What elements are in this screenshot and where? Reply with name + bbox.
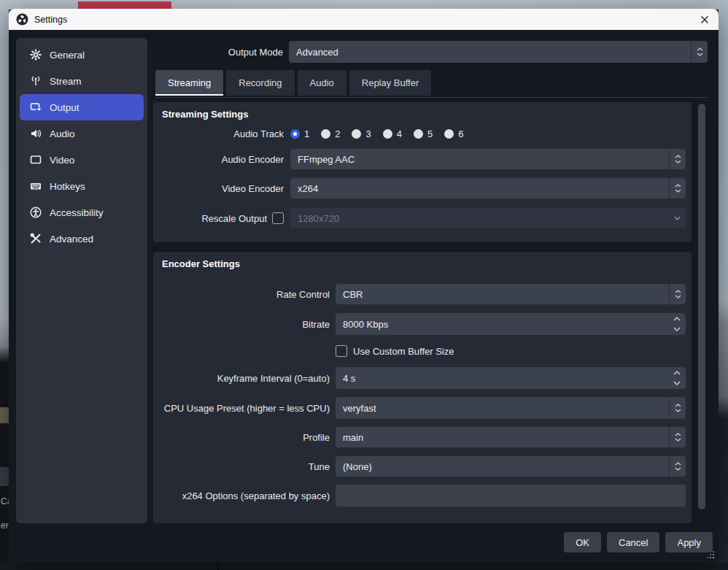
spinner-arrows-icon[interactable] [669,456,686,477]
video-encoder-value: x264 [290,183,669,194]
output-mode-label: Output Mode [153,47,283,58]
keyframe-interval-spinbox[interactable]: 4 s [336,367,686,389]
cpu-preset-select[interactable]: veryfast [336,397,686,419]
sidebar-item-label: Stream [50,76,82,87]
panel-title: Encoder Settings [162,258,240,269]
rescale-output-checkbox[interactable] [272,212,284,224]
radio-track-1[interactable]: 1 [290,128,309,139]
backdrop-right-strip [719,9,728,570]
vertical-scrollbar-thumb[interactable] [698,104,705,509]
tab-streaming[interactable]: Streaming [155,70,223,96]
spinner-arrows-icon[interactable] [669,397,686,419]
radio-label: 5 [427,128,433,139]
rescale-output-value: 1280x720 [290,213,668,224]
radio-track-2[interactable]: 2 [321,128,340,139]
speaker-icon [30,128,42,139]
spinner-arrows-icon[interactable] [691,41,708,63]
radio-label: 6 [458,128,463,139]
radio-icon [444,129,454,139]
output-icon [30,101,42,113]
cancel-button[interactable]: Cancel [607,532,659,552]
tab-label: Streaming [168,77,211,88]
broadcast-icon [30,75,42,87]
gear-icon [30,49,42,61]
radio-icon [383,129,392,139]
sidebar-item-stream[interactable]: Stream [20,68,144,94]
sidebar-item-accessibility[interactable]: Accessibility [20,199,144,226]
stepper-arrows-icon[interactable] [668,367,686,389]
sidebar-item-audio[interactable]: Audio [20,120,144,147]
output-mode-select[interactable]: Advanced [289,41,708,63]
rate-control-label: Rate Control [153,289,330,300]
bitrate-label: Bitrate [153,319,330,330]
sidebar-item-hotkeys[interactable]: Hotkeys [20,173,144,199]
sidebar: General Stream Output [16,38,147,523]
tune-row: Tune (None) [153,456,692,477]
keyframe-interval-label: Keyframe Interval (0=auto) [153,373,330,384]
display-icon [30,154,42,166]
sidebar-item-output[interactable]: Output [20,94,144,120]
settings-dialog: Settings General [9,9,719,563]
resize-grip[interactable] [713,557,714,558]
cpu-preset-label: CPU Usage Preset (higher = less CPU) [153,403,330,414]
audio-encoder-select[interactable]: FFmpeg AAC [290,149,686,169]
tab-label: Recording [239,77,282,88]
rate-control-select[interactable]: CBR [336,284,686,304]
bitrate-value: 8000 Kbps [336,319,668,330]
bitrate-row: Bitrate 8000 Kbps [153,313,692,335]
video-encoder-row: Video Encoder x264 [153,178,692,199]
sidebar-item-label: Advanced [50,234,93,244]
radio-track-4[interactable]: 4 [383,128,402,139]
footer-buttons: OK Cancel Apply [564,532,713,552]
cpu-preset-row: CPU Usage Preset (higher = less CPU) ver… [153,397,692,419]
profile-select[interactable]: main [336,427,686,447]
radio-track-5[interactable]: 5 [414,128,433,139]
custom-buffer-checkbox[interactable] [336,345,347,357]
obs-logo-icon [16,13,28,26]
profile-row: Profile main [153,427,692,447]
tab-audio[interactable]: Audio [298,70,346,96]
radio-label: 4 [397,128,402,139]
ok-button[interactable]: OK [564,532,601,552]
x264-options-label: x264 Options (separated by space) [153,490,330,501]
tune-select[interactable]: (None) [336,456,686,477]
spinner-arrows-icon[interactable] [669,178,686,199]
radio-track-3[interactable]: 3 [352,128,371,139]
bitrate-spinbox[interactable]: 8000 Kbps [336,313,686,335]
keyboard-icon [30,180,42,192]
close-icon[interactable] [698,13,711,26]
spinner-arrows-icon[interactable] [669,284,686,304]
stepper-arrows-icon[interactable] [668,313,686,335]
titlebar[interactable]: Settings [9,9,719,30]
audio-encoder-value: FFmpeg AAC [290,154,669,165]
output-tabs: Streaming Recording Audio Replay Buffer [155,70,431,96]
tab-recording[interactable]: Recording [226,70,294,96]
rescale-output-label: Rescale Output [201,213,267,224]
rescale-output-row: Rescale Output 1280x720 [153,208,692,228]
video-encoder-select[interactable]: x264 [290,178,686,199]
tune-value: (None) [336,461,669,472]
apply-button[interactable]: Apply [665,532,713,552]
audio-track-label: Audio Track [153,128,284,139]
spinner-arrows-icon[interactable] [669,149,686,169]
radio-label: 3 [365,128,371,139]
tab-replay-buffer[interactable]: Replay Buffer [349,70,432,96]
sidebar-item-general[interactable]: General [20,42,144,68]
x264-options-row: x264 Options (separated by space) [153,485,692,507]
backdrop-block [0,467,9,486]
x264-options-input[interactable] [336,485,686,507]
profile-label: Profile [153,432,330,443]
sidebar-item-label: Video [50,155,74,166]
tune-label: Tune [153,461,330,472]
window-title: Settings [34,15,67,25]
rescale-output-select[interactable]: 1280x720 [290,208,686,228]
sidebar-item-video[interactable]: Video [20,147,144,173]
spinner-arrows-icon[interactable] [669,427,686,447]
radio-track-6[interactable]: 6 [444,128,463,139]
tab-divider [155,97,708,98]
radio-label: 1 [304,128,309,139]
chevron-down-icon[interactable] [668,216,686,220]
sidebar-item-advanced[interactable]: Advanced [20,226,144,252]
radio-selected-icon [290,129,300,139]
keyframe-interval-row: Keyframe Interval (0=auto) 4 s [153,367,692,389]
